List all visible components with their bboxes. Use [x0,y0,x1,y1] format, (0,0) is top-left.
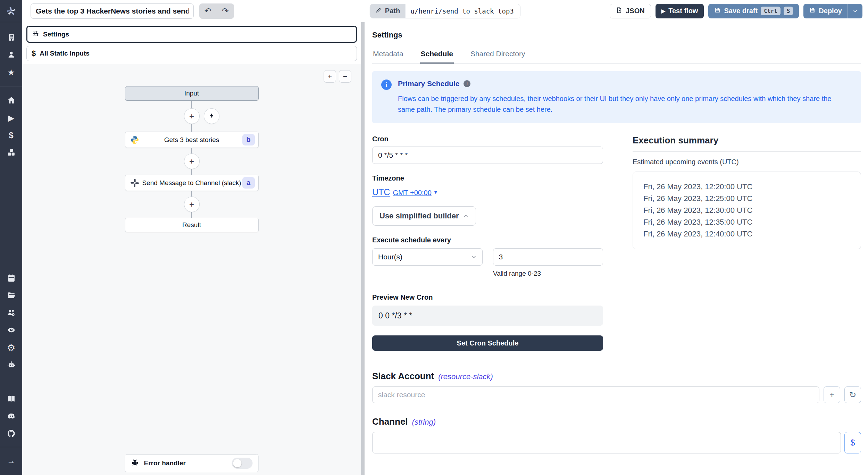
sidebar-item-workspace[interactable] [0,29,22,47]
home-icon [7,96,16,106]
flow-settings-button[interactable]: Settings [26,26,357,43]
sidebar-item-settings[interactable]: ⚙ [0,339,22,357]
refresh-icon: ↻ [849,390,856,400]
flow-canvas[interactable]: + − Input + [22,64,361,475]
sidebar-collapse[interactable]: → [0,452,22,469]
timezone-select[interactable]: UTC GMT +00:00 ▾ [372,187,603,197]
json-button[interactable]: JSON [610,4,651,18]
calendar-icon [7,274,16,284]
node-step-b[interactable]: Gets 3 best stories b [125,132,259,148]
node-step-a[interactable]: Send Message to Channel (slack) a [125,175,259,191]
star-icon: ★ [7,68,15,77]
infobox-title: Primary Schedule [398,80,459,88]
sidebar-item-github[interactable] [0,425,22,443]
sidebar-item-schedules[interactable] [0,270,22,287]
sidebar-item-groups[interactable] [0,305,22,322]
event-row: Fri, 26 May 2023, 12:20:00 UTC [643,181,850,193]
play-icon: ▶ [661,8,666,14]
variable-picker-button[interactable]: $ [844,432,861,453]
python-icon [130,135,139,144]
refresh-resource-button[interactable]: ↻ [844,386,861,403]
add-step-button[interactable]: + [184,197,200,212]
sidebar-item-audit[interactable] [0,322,22,339]
minus-icon: − [343,72,347,81]
simplified-builder-toggle[interactable]: Use simplified builder [372,206,476,226]
tab-shared-directory[interactable]: Shared Directory [470,46,526,63]
infobox-body: Flows can be triggered by any schedules,… [398,93,849,115]
settings-tabs: Metadata Schedule Shared Directory [372,46,861,64]
save-draft-button[interactable]: Save draft Ctrl S [708,4,799,18]
redo-button[interactable]: ↷ [217,3,234,19]
arrow-right-icon: → [7,457,15,465]
zoom-out-button[interactable]: − [339,70,351,83]
sidebar-item-resources[interactable] [0,144,22,161]
deploy-dropdown-button[interactable] [848,4,862,18]
sidebar-item-variables[interactable]: $ [0,127,22,144]
eye-icon [7,326,16,336]
test-flow-button[interactable]: ▶ Test flow [656,4,704,18]
flow-title-input[interactable] [31,3,194,19]
add-step-button[interactable]: + [184,108,200,124]
zoom-in-button[interactable]: + [324,70,336,83]
pencil-icon [376,7,382,15]
event-row: Fri, 26 May 2023, 12:40:00 UTC [643,228,850,240]
execute-every-label: Execute schedule every [372,236,603,244]
cubes-icon [7,148,16,158]
users-gear-icon [7,308,16,318]
cron-label: Cron [372,135,603,143]
error-handler-node[interactable]: Error handler [125,454,259,472]
cron-input[interactable] [372,147,603,164]
path-input[interactable] [406,4,520,18]
sidebar-item-workers[interactable] [0,357,22,374]
sidebar-item-favorites[interactable]: ★ [0,64,22,81]
execution-summary-title: Execution summary [633,135,861,146]
deploy-button[interactable]: Deploy [803,4,848,18]
sidebar-item-folders[interactable] [0,287,22,305]
app-root: ★ ▶ $ [0,0,868,475]
sidebar-item-runs[interactable]: ▶ [0,109,22,127]
sidebar-item-home[interactable] [0,92,22,109]
tab-schedule[interactable]: Schedule [420,46,454,64]
sidebar-item-user[interactable] [0,47,22,64]
flow-panel: Settings $ All Static Inputs + − Input [22,22,361,475]
info-icon: i [381,80,392,90]
add-step-button[interactable]: + [184,153,200,169]
preview-cron-value: 0 0 */3 * * [372,306,603,326]
deploy-split-button: Deploy [803,4,862,18]
tab-metadata[interactable]: Metadata [372,46,404,63]
set-cron-schedule-button[interactable]: Set Cron Schedule [372,335,603,351]
trigger-button[interactable] [204,108,219,124]
slack-resource-input[interactable] [372,386,819,403]
interval-unit-select[interactable]: Hour(s) [372,248,483,266]
dollar-icon: $ [851,438,855,447]
save-icon [809,7,816,15]
info-tooltip-icon[interactable]: i [464,80,470,87]
undo-button[interactable]: ↶ [199,3,217,19]
interval-value-input[interactable] [493,248,603,266]
windmill-logo[interactable] [0,0,22,22]
node-result[interactable]: Result [125,218,259,232]
bolt-icon [208,111,215,121]
flow-graph: Input + [22,86,361,232]
settings-title: Settings [372,31,861,40]
panel-splitter[interactable] [361,22,365,475]
sidebar-item-discord[interactable] [0,408,22,425]
folder-icon [7,291,16,301]
plus-icon: + [829,390,834,400]
channel-input[interactable] [372,432,841,453]
all-static-inputs-button[interactable]: $ All Static Inputs [26,46,357,61]
timezone-label: Timezone [372,174,603,182]
event-row: Fri, 26 May 2023, 12:30:00 UTC [643,205,850,216]
kbd-s: S [784,7,793,15]
add-resource-button[interactable]: + [824,386,840,403]
settings-panel: Settings Metadata Schedule Shared Direct… [365,22,868,475]
upcoming-events-box: Fri, 26 May 2023, 12:20:00 UTC Fri, 26 M… [633,172,861,249]
upcoming-events-subtitle: Estimated upcoming events (UTC) [633,158,861,166]
undo-redo-group: ↶ ↷ [199,3,234,19]
step-badge: b [242,134,255,145]
error-handler-toggle[interactable] [232,458,253,469]
step-badge: a [242,177,255,189]
sidebar-item-docs[interactable] [0,391,22,408]
node-input[interactable]: Input [125,86,259,101]
sliders-icon [32,30,39,39]
